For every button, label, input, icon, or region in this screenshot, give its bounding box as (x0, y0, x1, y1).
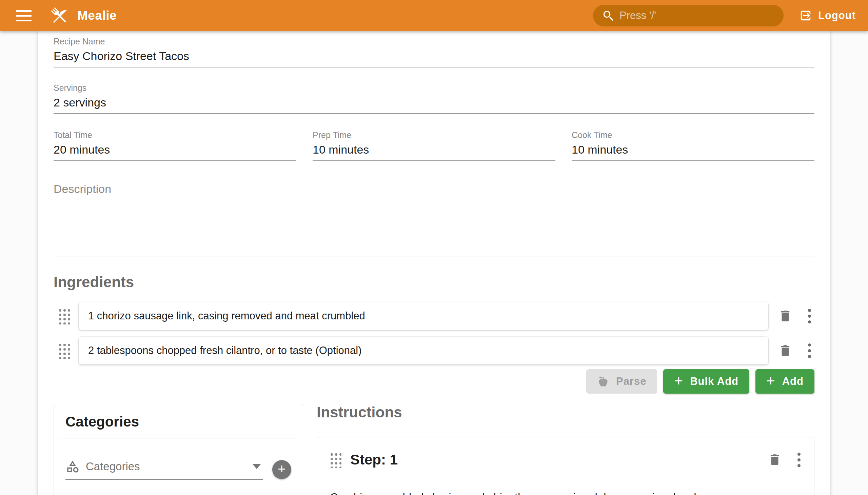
kebab-icon (808, 343, 811, 346)
add-ingredient-button[interactable]: + Add (755, 369, 814, 394)
plus-icon: + (278, 462, 286, 476)
description-label: Description (54, 184, 814, 194)
cook-time-field: Cook Time (572, 130, 814, 161)
ingredient-row (54, 337, 814, 364)
categories-select-placeholder: Categories (86, 460, 253, 473)
app-title: Mealie (77, 8, 117, 23)
step-menu-button[interactable] (794, 451, 804, 468)
bulk-add-button[interactable]: + Bulk Add (663, 369, 749, 394)
instructions-section: Instructions Step: 1 (317, 404, 814, 495)
trash-icon (768, 453, 782, 467)
total-time-field: Total Time (54, 130, 296, 161)
ingredient-input[interactable] (88, 344, 759, 357)
ingredient-menu-button[interactable] (804, 342, 814, 359)
description-field: Description (54, 184, 814, 257)
description-textarea[interactable] (54, 194, 814, 257)
search-input[interactable] (619, 10, 775, 22)
ingredient-actions: Parse + Bulk Add + Add (54, 369, 814, 394)
menu-button[interactable] (12, 3, 36, 28)
page-background: Recipe Name Servings Total Time Prep Tim… (0, 31, 868, 495)
hamburger-icon (16, 10, 32, 12)
total-time-label: Total Time (54, 130, 296, 140)
ingredient-card (79, 302, 768, 330)
step-text[interactable]: Combine crumbled chorizo and chipotle pe… (327, 491, 804, 495)
ingredient-menu-button[interactable] (804, 307, 814, 325)
drag-handle-icon[interactable] (58, 308, 70, 324)
prep-time-field: Prep Time (312, 130, 556, 161)
apple-icon (597, 375, 609, 388)
plus-icon: + (766, 373, 776, 388)
recipe-name-input[interactable] (54, 47, 814, 67)
parse-label: Parse (616, 375, 646, 388)
servings-label: Servings (54, 82, 814, 93)
cook-time-label: Cook Time (572, 130, 814, 140)
delete-ingredient-button[interactable] (777, 308, 794, 324)
step-title: Step: 1 (350, 451, 398, 468)
shapes-icon (65, 459, 80, 474)
search-icon (602, 9, 615, 22)
total-time-input[interactable] (54, 140, 296, 161)
delete-ingredient-button[interactable] (777, 342, 794, 359)
recipe-name-field: Recipe Name (54, 36, 814, 67)
servings-field: Servings (54, 82, 814, 114)
chevron-down-icon[interactable] (253, 464, 261, 469)
bulk-add-label: Bulk Add (690, 375, 738, 388)
recipe-name-label: Recipe Name (54, 36, 814, 47)
step-card: Step: 1 Combine crumbled chorizo and chi… (317, 437, 814, 495)
logout-icon (799, 9, 812, 22)
ingredient-row (54, 302, 814, 330)
prep-time-input[interactable] (312, 140, 556, 161)
instructions-heading: Instructions (317, 404, 814, 421)
delete-step-button[interactable] (767, 451, 783, 468)
add-category-button[interactable]: + (272, 460, 291, 479)
ingredient-input[interactable] (88, 310, 759, 322)
app-bar: Mealie Logout (0, 0, 868, 31)
kebab-icon (798, 453, 801, 456)
categories-select[interactable]: Categories (65, 459, 263, 480)
recipe-editor-card: Recipe Name Servings Total Time Prep Tim… (38, 31, 830, 495)
parse-button[interactable]: Parse (586, 369, 657, 394)
prep-time-label: Prep Time (312, 130, 556, 140)
logout-button[interactable]: Logout (799, 9, 856, 22)
search-bar[interactable] (593, 5, 784, 27)
cook-time-input[interactable] (572, 140, 814, 161)
ingredients-heading: Ingredients (54, 274, 814, 291)
add-label: Add (782, 375, 804, 388)
ingredient-card (79, 337, 768, 364)
trash-icon (778, 309, 793, 323)
drag-handle-icon[interactable] (58, 342, 70, 359)
plus-icon: + (674, 373, 683, 388)
divider (59, 438, 297, 438)
logout-label: Logout (818, 10, 856, 22)
kebab-icon (808, 309, 811, 312)
trash-icon (778, 343, 793, 358)
categories-card: Categories Categories + (54, 404, 303, 495)
categories-heading: Categories (54, 404, 303, 438)
servings-input[interactable] (54, 93, 814, 114)
utensils-logo-icon (49, 5, 70, 26)
drag-handle-icon[interactable] (329, 451, 341, 468)
